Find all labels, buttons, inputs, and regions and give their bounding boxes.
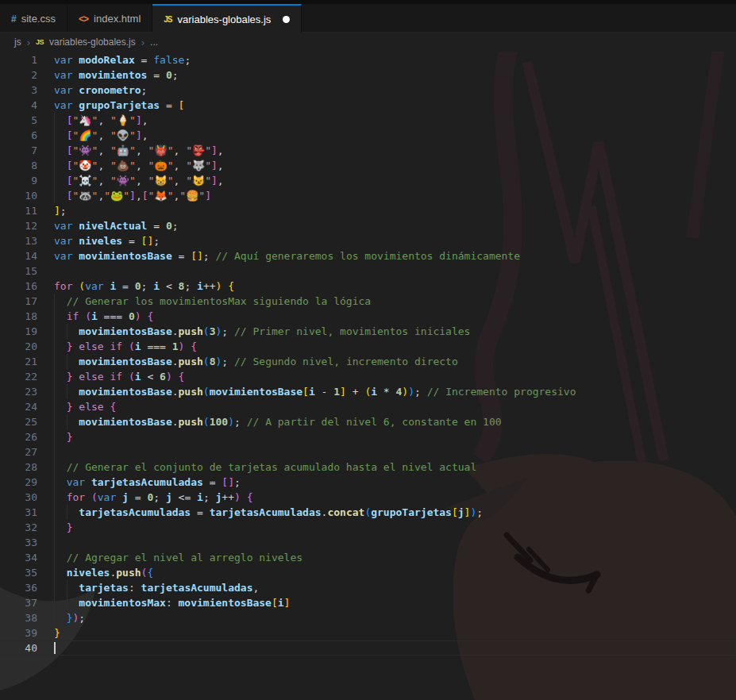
tab-variables-globales.js[interactable]: JSvariables-globales.js (152, 4, 302, 33)
token: = (203, 476, 222, 488)
code-line[interactable]: 15 (0, 263, 736, 279)
code-line[interactable]: 11]; (0, 203, 736, 218)
code-line[interactable]: 31 tarjetasAcumuladas = tarjetasAcumulad… (0, 505, 736, 520)
code-line[interactable]: 35 niveles.push({ (0, 565, 736, 580)
code-line[interactable]: 37 movimientosMax: movimientosBase[i] (0, 595, 736, 610)
tab-site.css[interactable]: #site.css (0, 4, 67, 32)
code-line[interactable]: 8 ["🤡", "💩", "🎃", "🐺"], (0, 158, 736, 173)
code-line[interactable]: 13var niveles = []; (0, 233, 736, 248)
code-line[interactable]: 21 movimientosBase.push(8); // Segundo n… (0, 354, 736, 369)
indent-guide (67, 324, 67, 339)
code-line[interactable]: 29 var tarjetasAcumuladas = []; (0, 475, 736, 490)
code-line[interactable]: 3var cronometro; (0, 83, 736, 98)
indent-guide (54, 610, 55, 625)
token: ; (203, 491, 216, 503)
tab-index.html[interactable]: <>index.html (67, 4, 152, 32)
code-line[interactable]: 10 ["🦝","🐸"],["🦊","🍔"] (0, 188, 736, 203)
token: ; (79, 612, 85, 624)
token: tarjetasAcumuladas (91, 476, 203, 488)
code-line[interactable]: 26 } (0, 429, 736, 444)
token: 🍦 (117, 114, 129, 126)
token: " (205, 144, 211, 156)
editor[interactable]: 1var modoRelax = false;2var movimientos … (0, 52, 736, 656)
code-line[interactable]: 23 movimientosBase.push(movimientosBase[… (0, 384, 736, 399)
code-content: var modoRelax = false; (54, 52, 736, 67)
indent-guide (54, 429, 55, 444)
code-line[interactable]: 22 } else if (i < 6) { (0, 369, 736, 384)
token: // Aquí generaremos los movimientos diná… (216, 250, 521, 262)
code-line[interactable]: 1var modoRelax = false; (0, 52, 736, 67)
token: push (116, 567, 141, 579)
indent-guide (54, 339, 55, 354)
code-line[interactable]: 5 ["🦄", "🍦"], (0, 113, 736, 128)
indent-guide (54, 354, 55, 369)
token: " (205, 160, 211, 171)
token: tarjetasAcumuladas (79, 506, 191, 518)
code-line[interactable]: 20 } else if (i === 1) { (0, 339, 736, 354)
modified-indicator-dot[interactable] (283, 16, 290, 23)
code-line[interactable]: 14var movimientosBase = []; // Aquí gene… (0, 248, 736, 263)
token: 🤡 (79, 160, 91, 171)
code-line[interactable]: 12var nivelActual = 0; (0, 218, 736, 233)
code-line[interactable]: 6 ["🌈", "👽"], (0, 128, 736, 143)
token: <= (172, 491, 197, 503)
token (85, 476, 91, 488)
code-line[interactable]: 4var grupoTarjetas = [ (0, 98, 736, 113)
html-file-icon: <> (79, 13, 88, 25)
token: modoRelax (79, 54, 134, 66)
code-line[interactable]: 7 ["👾", "🤖", "👹", "👺"], (0, 143, 736, 158)
token: { (179, 371, 185, 383)
code-line[interactable]: 18 if (i === 0) { (0, 309, 736, 324)
token: ( (91, 491, 98, 503)
token: ; (234, 476, 241, 488)
breadcrumb-segment[interactable]: variables-globales.js (49, 37, 136, 48)
code-line[interactable]: 24 } else { (0, 399, 736, 414)
token: ; (476, 506, 483, 518)
code-line[interactable]: 9 ["☠️", "👾", "😸", "😼"], (0, 173, 736, 188)
code-line[interactable]: 40 (0, 640, 736, 656)
token: " (198, 190, 205, 202)
tab-label: index.html (94, 13, 141, 25)
code-content: // Generar el conjunto de tarjetas acumu… (54, 460, 736, 475)
breadcrumb-segment[interactable]: ... (150, 37, 158, 48)
token (54, 340, 67, 352)
token (54, 310, 67, 322)
code-line[interactable]: 34 // Agregar el nivel al arreglo nivele… (0, 550, 736, 565)
code-line[interactable]: 17 // Generar los movimientosMax siguien… (0, 294, 736, 309)
indent-guide (54, 550, 55, 565)
code-line[interactable]: 33 (0, 535, 736, 550)
token: var (67, 476, 85, 488)
code-line[interactable]: 16for (var i = 0; i < 8; i++) { (0, 279, 736, 294)
code-line[interactable]: 39} (0, 625, 736, 640)
token: } (54, 627, 60, 639)
token: // Agregar el nivel al arreglo niveles (67, 552, 302, 563)
text-cursor (54, 642, 56, 654)
line-number: 24 (0, 399, 37, 414)
indent-guide (54, 595, 55, 610)
code-line[interactable]: 2var movimientos = 0; (0, 67, 736, 83)
token: { (228, 280, 234, 292)
token: = (135, 54, 153, 66)
token: grupoTarjetas (79, 99, 160, 111)
indent-guide (54, 535, 55, 550)
token: ] (211, 160, 218, 171)
code-line[interactable]: 25 movimientosBase.push(100); // A parti… (0, 414, 736, 429)
token: ) (408, 386, 414, 398)
token: i (371, 386, 377, 398)
token: ( (79, 280, 85, 292)
line-number: 16 (0, 279, 37, 294)
token: // Segundo nivel, incremento directo (234, 356, 458, 367)
code-line[interactable]: 27 (0, 444, 736, 460)
code-line[interactable]: 32 } (0, 520, 736, 535)
token: // Generar los movimientosMax siguiendo … (67, 295, 372, 307)
code-content (54, 640, 736, 656)
code-line[interactable]: 36 tarjetas: tarjetasAcumuladas, (0, 580, 736, 595)
line-number: 30 (0, 490, 37, 505)
code-line[interactable]: 28 // Generar el conjunto de tarjetas ac… (0, 460, 736, 475)
line-number: 12 (0, 218, 37, 233)
code-line[interactable]: 19 movimientosBase.push(3); // Primer ni… (0, 324, 736, 339)
token: 🦊 (154, 190, 167, 202)
code-line[interactable]: 30 for (var j = 0; j <= i; j++) { (0, 490, 736, 505)
code-line[interactable]: 38 }); (0, 610, 736, 625)
breadcrumb-segment[interactable]: js (14, 37, 21, 48)
